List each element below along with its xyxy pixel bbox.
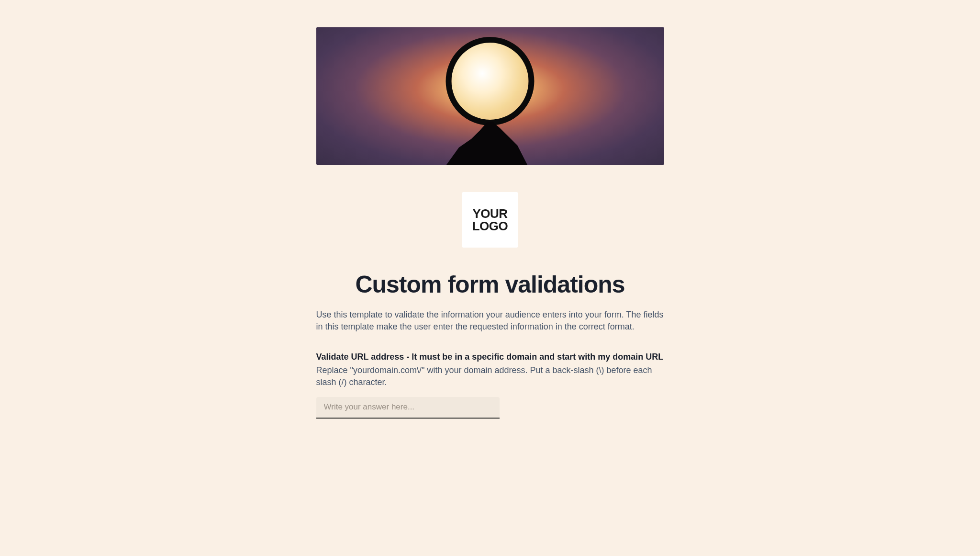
hero-background [316, 27, 664, 165]
logo-placeholder: YOUR LOGO [462, 192, 518, 248]
url-field-group: Validate URL address - It must be in a s… [316, 351, 664, 419]
hero-image [316, 27, 664, 165]
sun-circle-graphic [446, 37, 535, 125]
hand-silhouette-graphic [428, 122, 552, 165]
logo-text-line2: LOGO [472, 220, 508, 232]
form-title: Custom form validations [316, 271, 664, 298]
form-container: YOUR LOGO Custom form validations Use th… [316, 27, 664, 556]
url-input[interactable] [316, 397, 500, 419]
logo-text-line1: YOUR [472, 207, 507, 220]
url-field-label: Validate URL address - It must be in a s… [316, 351, 664, 363]
url-field-help: Replace "yourdomain.com\/" with your dom… [316, 364, 664, 388]
form-description: Use this template to validate the inform… [316, 309, 664, 333]
